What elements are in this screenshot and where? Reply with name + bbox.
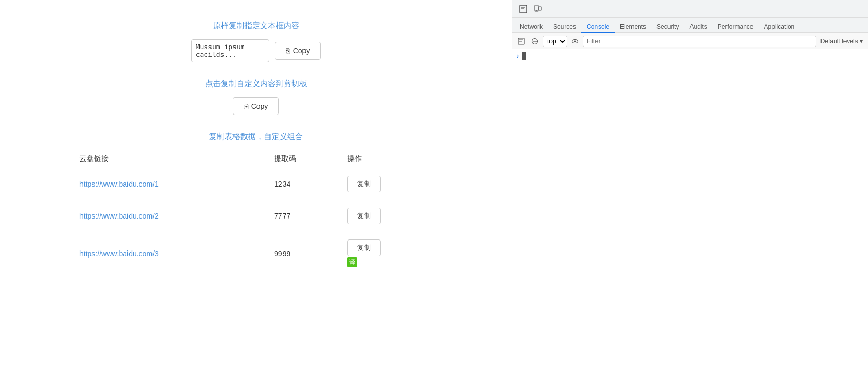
tab-elements[interactable]: Elements — [615, 21, 651, 33]
tab-sources[interactable]: Sources — [548, 21, 581, 33]
tab-audits[interactable]: Audits — [684, 21, 712, 33]
row3-copy-button[interactable]: 复制 — [347, 239, 381, 256]
tab-network[interactable]: Network — [514, 21, 548, 33]
filter-input[interactable] — [583, 36, 816, 47]
tab-application[interactable]: Application — [759, 21, 800, 33]
table-row: https://www.baidu.com/3 9999 复制 译 — [73, 232, 439, 275]
inspect-icon-button[interactable] — [517, 2, 530, 16]
section-table-copy: 复制表格数据，自定义组合 云盘链接 提取码 操作 https://www.bai… — [31, 132, 480, 275]
row2-action: 复制 — [341, 200, 439, 232]
console-inspect-icon[interactable] — [515, 36, 527, 47]
device-icon-button[interactable] — [531, 2, 545, 16]
svg-point-12 — [574, 40, 576, 42]
section3-title: 复制表格数据，自定义组合 — [31, 132, 480, 142]
copy-textarea[interactable]: Mussum ipsum cacilds... — [191, 39, 269, 62]
table-row: https://www.baidu.com/2 7777 复制 — [73, 200, 439, 232]
copy-icon-2: ⎘ — [244, 102, 248, 110]
eye-icon[interactable] — [569, 36, 581, 47]
row3-action: 复制 译 — [341, 232, 439, 275]
translate-badge: 译 — [347, 257, 357, 267]
table-row: https://www.baidu.com/1 1234 复制 — [73, 168, 439, 200]
col-action: 操作 — [341, 150, 439, 168]
svg-rect-4 — [539, 7, 541, 10]
main-content: 原样复制指定文本框内容 Mussum ipsum cacilds... ⎘ Co… — [0, 0, 512, 388]
cloud-table: 云盘链接 提取码 操作 https://www.baidu.com/1 1234… — [73, 150, 439, 275]
col-link: 云盘链接 — [73, 150, 268, 168]
default-levels-button[interactable]: Default levels ▾ — [818, 38, 865, 45]
tab-console[interactable]: Console — [581, 21, 615, 33]
section2-title: 点击复制自定义内容到剪切板 — [31, 79, 480, 89]
console-content: › — [512, 49, 868, 388]
tab-security[interactable]: Security — [651, 21, 684, 33]
row1-link: https://www.baidu.com/1 — [73, 168, 268, 200]
row1-code: 1234 — [268, 168, 341, 200]
col-code: 提取码 — [268, 150, 341, 168]
copy-icon: ⎘ — [286, 47, 290, 55]
section1-title: 原样复制指定文本框内容 — [31, 21, 480, 31]
devtools-subtoolbar: top Default levels ▾ — [512, 33, 868, 49]
console-arrow[interactable]: › — [517, 52, 519, 60]
svg-point-5 — [536, 10, 537, 11]
devtools-toolbar — [512, 0, 868, 18]
section-custom-copy: 点击复制自定义内容到剪切板 ⎘ Copy — [31, 79, 480, 115]
row2-copy-button[interactable]: 复制 — [347, 208, 381, 224]
row3-link: https://www.baidu.com/3 — [73, 232, 268, 275]
row3-code: 9999 — [268, 232, 341, 275]
row1-action: 复制 — [341, 168, 439, 200]
section-copy-textbox: 原样复制指定文本框内容 Mussum ipsum cacilds... ⎘ Co… — [31, 21, 480, 62]
console-clear-icon[interactable] — [529, 36, 541, 47]
section1-copy-button[interactable]: ⎘ Copy — [275, 42, 321, 60]
console-cursor — [522, 52, 526, 60]
row2-link: https://www.baidu.com/2 — [73, 200, 268, 232]
devtools-panel: Network Sources Console Elements Securit… — [512, 0, 868, 388]
devtools-tab-bar: Network Sources Console Elements Securit… — [512, 18, 868, 33]
section2-copy-button[interactable]: ⎘ Copy — [233, 97, 279, 115]
tab-performance[interactable]: Performance — [712, 21, 759, 33]
row2-code: 7777 — [268, 200, 341, 232]
section1-copy-label: Copy — [293, 47, 310, 55]
context-select[interactable]: top — [543, 36, 567, 47]
section2-copy-label: Copy — [251, 102, 268, 110]
row1-copy-button[interactable]: 复制 — [347, 176, 381, 192]
